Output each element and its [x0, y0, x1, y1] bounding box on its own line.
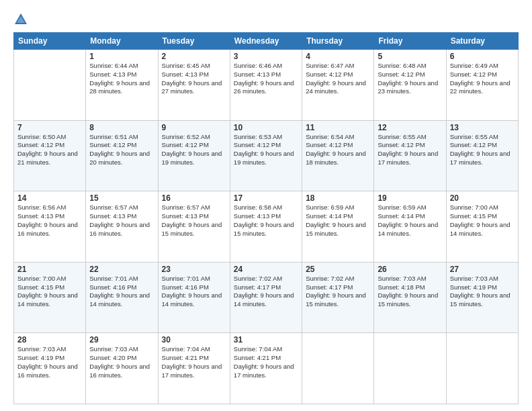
- day-number: 31: [234, 335, 298, 345]
- day-header-friday: Friday: [374, 33, 446, 50]
- calendar-cell: 24Sunrise: 7:02 AMSunset: 4:17 PMDayligh…: [230, 262, 302, 333]
- calendar-cell: 21Sunrise: 7:00 AMSunset: 4:15 PMDayligh…: [14, 262, 86, 333]
- calendar-cell: 6Sunrise: 6:49 AMSunset: 4:12 PMDaylight…: [446, 50, 518, 121]
- day-info: Sunrise: 6:51 AMSunset: 4:12 PMDaylight:…: [89, 133, 154, 167]
- day-info: Sunrise: 7:03 AMSunset: 4:19 PMDaylight:…: [450, 275, 515, 309]
- calendar-cell: 17Sunrise: 6:58 AMSunset: 4:13 PMDayligh…: [230, 191, 302, 263]
- day-number: 15: [89, 193, 154, 203]
- calendar-cell: [446, 333, 518, 404]
- day-number: 11: [306, 123, 370, 132]
- calendar-cell: 28Sunrise: 7:03 AMSunset: 4:19 PMDayligh…: [14, 333, 86, 404]
- calendar-table: SundayMondayTuesdayWednesdayThursdayFrid…: [13, 32, 519, 404]
- day-info: Sunrise: 6:48 AMSunset: 4:12 PMDaylight:…: [378, 62, 442, 96]
- day-info: Sunrise: 7:03 AMSunset: 4:19 PMDaylight:…: [17, 345, 82, 379]
- calendar-header-row: SundayMondayTuesdayWednesdayThursdayFrid…: [14, 33, 519, 50]
- day-info: Sunrise: 7:00 AMSunset: 4:15 PMDaylight:…: [17, 275, 82, 309]
- logo-icon: [13, 12, 28, 27]
- calendar-cell: [374, 333, 446, 404]
- day-info: Sunrise: 7:04 AMSunset: 4:21 PMDaylight:…: [162, 345, 226, 379]
- day-info: Sunrise: 6:46 AMSunset: 4:13 PMDaylight:…: [234, 62, 298, 96]
- calendar-cell: 30Sunrise: 7:04 AMSunset: 4:21 PMDayligh…: [158, 333, 230, 404]
- calendar-cell: 8Sunrise: 6:51 AMSunset: 4:12 PMDaylight…: [86, 120, 158, 191]
- day-header-thursday: Thursday: [302, 33, 374, 50]
- day-header-monday: Monday: [86, 33, 158, 50]
- day-number: 7: [17, 123, 82, 132]
- day-header-tuesday: Tuesday: [158, 33, 230, 50]
- day-header-wednesday: Wednesday: [230, 33, 302, 50]
- calendar-cell: 18Sunrise: 6:59 AMSunset: 4:14 PMDayligh…: [302, 191, 374, 263]
- day-header-saturday: Saturday: [446, 33, 518, 50]
- day-number: 27: [450, 265, 515, 274]
- calendar-cell: 1Sunrise: 6:44 AMSunset: 4:13 PMDaylight…: [86, 50, 158, 121]
- day-number: 6: [450, 52, 515, 61]
- calendar-cell: 31Sunrise: 7:04 AMSunset: 4:21 PMDayligh…: [230, 333, 302, 404]
- day-info: Sunrise: 6:52 AMSunset: 4:12 PMDaylight:…: [162, 133, 226, 167]
- day-number: 28: [17, 335, 82, 345]
- calendar-cell: 26Sunrise: 7:03 AMSunset: 4:18 PMDayligh…: [374, 262, 446, 333]
- logo: [13, 12, 30, 27]
- day-info: Sunrise: 6:50 AMSunset: 4:12 PMDaylight:…: [17, 133, 82, 167]
- day-info: Sunrise: 6:45 AMSunset: 4:13 PMDaylight:…: [162, 62, 226, 96]
- day-info: Sunrise: 6:55 AMSunset: 4:12 PMDaylight:…: [450, 133, 515, 167]
- calendar-cell: 11Sunrise: 6:54 AMSunset: 4:12 PMDayligh…: [302, 120, 374, 191]
- calendar-cell: [302, 333, 374, 404]
- calendar-week-4: 21Sunrise: 7:00 AMSunset: 4:15 PMDayligh…: [14, 262, 519, 333]
- calendar-cell: 9Sunrise: 6:52 AMSunset: 4:12 PMDaylight…: [158, 120, 230, 191]
- day-info: Sunrise: 6:49 AMSunset: 4:12 PMDaylight:…: [450, 62, 515, 96]
- day-number: 4: [306, 52, 370, 61]
- day-number: 23: [162, 265, 226, 274]
- day-number: 16: [162, 193, 226, 203]
- calendar-week-5: 28Sunrise: 7:03 AMSunset: 4:19 PMDayligh…: [14, 333, 519, 404]
- calendar-cell: 3Sunrise: 6:46 AMSunset: 4:13 PMDaylight…: [230, 50, 302, 121]
- day-number: 14: [17, 193, 82, 203]
- day-info: Sunrise: 7:02 AMSunset: 4:17 PMDaylight:…: [234, 275, 298, 309]
- day-number: 2: [162, 52, 226, 61]
- day-number: 26: [378, 265, 442, 274]
- calendar-cell: 12Sunrise: 6:55 AMSunset: 4:12 PMDayligh…: [374, 120, 446, 191]
- calendar-week-3: 14Sunrise: 6:56 AMSunset: 4:13 PMDayligh…: [14, 191, 519, 263]
- day-info: Sunrise: 6:47 AMSunset: 4:12 PMDaylight:…: [306, 62, 370, 96]
- day-number: 1: [89, 52, 154, 61]
- day-info: Sunrise: 6:59 AMSunset: 4:14 PMDaylight:…: [378, 203, 442, 238]
- calendar-cell: 23Sunrise: 7:01 AMSunset: 4:16 PMDayligh…: [158, 262, 230, 333]
- calendar-cell: 15Sunrise: 6:57 AMSunset: 4:13 PMDayligh…: [86, 191, 158, 263]
- calendar-cell: 22Sunrise: 7:01 AMSunset: 4:16 PMDayligh…: [86, 262, 158, 333]
- day-number: 25: [306, 265, 370, 274]
- calendar-cell: 7Sunrise: 6:50 AMSunset: 4:12 PMDaylight…: [14, 120, 86, 191]
- day-number: 9: [162, 123, 226, 132]
- calendar-cell: 14Sunrise: 6:56 AMSunset: 4:13 PMDayligh…: [14, 191, 86, 263]
- day-header-sunday: Sunday: [14, 33, 86, 50]
- calendar-cell: 27Sunrise: 7:03 AMSunset: 4:19 PMDayligh…: [446, 262, 518, 333]
- day-number: 8: [89, 123, 154, 132]
- day-number: 5: [378, 52, 442, 61]
- day-number: 20: [450, 193, 515, 203]
- day-info: Sunrise: 6:56 AMSunset: 4:13 PMDaylight:…: [17, 203, 82, 238]
- calendar-cell: 16Sunrise: 6:57 AMSunset: 4:13 PMDayligh…: [158, 191, 230, 263]
- day-info: Sunrise: 6:58 AMSunset: 4:13 PMDaylight:…: [234, 203, 298, 238]
- day-info: Sunrise: 7:01 AMSunset: 4:16 PMDaylight:…: [162, 275, 226, 309]
- day-number: 10: [234, 123, 298, 132]
- calendar-cell: 20Sunrise: 7:00 AMSunset: 4:15 PMDayligh…: [446, 191, 518, 263]
- day-number: 21: [17, 265, 82, 274]
- day-info: Sunrise: 7:03 AMSunset: 4:18 PMDaylight:…: [378, 275, 442, 309]
- calendar-week-2: 7Sunrise: 6:50 AMSunset: 4:12 PMDaylight…: [14, 120, 519, 191]
- calendar-cell: 5Sunrise: 6:48 AMSunset: 4:12 PMDaylight…: [374, 50, 446, 121]
- calendar-cell: 10Sunrise: 6:53 AMSunset: 4:12 PMDayligh…: [230, 120, 302, 191]
- day-number: 18: [306, 193, 370, 203]
- day-number: 19: [378, 193, 442, 203]
- calendar-cell: [14, 50, 86, 121]
- calendar-cell: 4Sunrise: 6:47 AMSunset: 4:12 PMDaylight…: [302, 50, 374, 121]
- day-info: Sunrise: 7:02 AMSunset: 4:17 PMDaylight:…: [306, 275, 370, 309]
- day-info: Sunrise: 7:04 AMSunset: 4:21 PMDaylight:…: [234, 345, 298, 379]
- day-info: Sunrise: 7:03 AMSunset: 4:20 PMDaylight:…: [89, 345, 154, 379]
- day-info: Sunrise: 6:44 AMSunset: 4:13 PMDaylight:…: [89, 62, 154, 96]
- day-info: Sunrise: 6:57 AMSunset: 4:13 PMDaylight:…: [162, 203, 226, 238]
- day-number: 17: [234, 193, 298, 203]
- page: SundayMondayTuesdayWednesdayThursdayFrid…: [0, 0, 532, 411]
- day-number: 30: [162, 335, 226, 345]
- calendar-cell: 13Sunrise: 6:55 AMSunset: 4:12 PMDayligh…: [446, 120, 518, 191]
- day-info: Sunrise: 6:57 AMSunset: 4:13 PMDaylight:…: [89, 203, 154, 238]
- day-info: Sunrise: 6:54 AMSunset: 4:12 PMDaylight:…: [306, 133, 370, 167]
- calendar-cell: 25Sunrise: 7:02 AMSunset: 4:17 PMDayligh…: [302, 262, 374, 333]
- day-number: 12: [378, 123, 442, 132]
